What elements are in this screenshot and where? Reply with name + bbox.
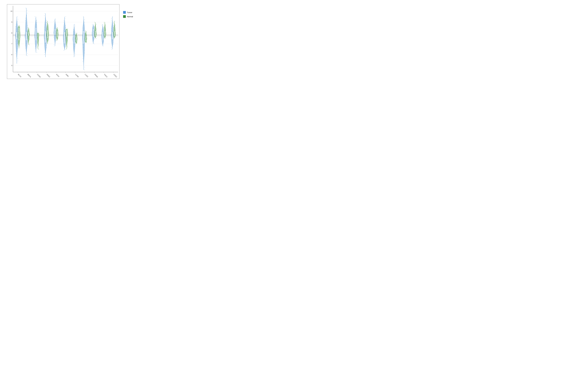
violin-dot [47,41,47,42]
violin-dot [58,38,58,38]
violin-dot [105,31,105,31]
violin-dot [56,26,56,26]
violin-dot [20,47,20,47]
violin-dot [19,38,19,39]
violin-dot [64,33,64,33]
violin-dot [45,38,45,39]
violin-dot [77,36,77,37]
violin-dot [113,27,114,28]
violin-dot [47,34,47,34]
violin-dot [29,28,29,29]
violin-dot [84,56,84,56]
violin-dot [64,29,65,29]
violin-dot [86,42,87,42]
violin-dot [54,44,54,45]
violin-dot [19,35,19,35]
violin-dot [27,56,27,56]
violin-dot [28,33,29,33]
violin-dot [27,32,28,32]
violin-dot [56,29,56,29]
violin-dot [17,63,17,64]
violin-dot [114,28,114,28]
violin-dot [27,10,27,11]
violin-dot [93,28,94,29]
violin-dot [56,36,56,37]
violin-dot [48,38,48,38]
violin-dot [18,44,19,45]
violin-dot [66,44,66,44]
violin-dot [76,40,77,41]
chart-area-wrapper: 5678910BLCABRCACOADHNSCKICHKIRCLUADLUSCP… [6,4,144,86]
violin-dot [93,34,93,35]
violin-dot [25,33,26,33]
violin-dot [38,41,39,41]
violin-dot [95,31,95,31]
violin-dot [104,22,104,22]
violin-dot [112,41,112,41]
violin-dot [46,48,47,48]
violin-dot [75,43,75,43]
violin-dot [27,53,27,53]
violin-dot [44,52,45,52]
violin-dot [57,32,57,32]
violin-dot [113,32,113,32]
violin-dot [26,50,26,51]
violin-dot [112,17,113,17]
violin-dot [38,36,38,37]
violin-dot [35,26,35,26]
violin-dot [37,43,38,43]
violin-dot [102,43,102,44]
violin-dot [95,37,96,38]
violin-dot [83,28,83,28]
violin-dot [39,49,39,50]
violin-dot [92,29,93,30]
violin-dot [65,34,65,35]
violin-dot [77,37,77,37]
legend-item: Tumor [123,11,141,14]
violin-dot [111,20,112,20]
violin-dot [114,38,114,39]
violin-dot [75,41,76,42]
violin-dot [83,42,83,42]
violin-dot [94,32,95,32]
violin-dot [114,34,114,34]
violin-dot [55,32,55,32]
violin-dot [47,29,47,30]
violin-dot [112,22,112,22]
violin-dot [48,39,49,39]
violin-dot [112,37,112,37]
violin-dot [104,41,104,42]
violin-dot [94,26,95,27]
violin-dot [37,52,37,53]
violin-dot [66,32,66,32]
violin-dot [86,34,86,35]
violin-dot [85,41,85,41]
violin-dot [20,34,20,34]
violin-dot [104,27,104,27]
violin-dot [45,13,45,14]
violin-dot [27,31,28,32]
violin-dot [37,42,37,42]
violin-dot [56,42,56,42]
x-tick-label: HNSC [46,74,51,78]
violin-dot [111,18,112,19]
violin-dot [25,20,26,21]
violin-dot [84,33,84,34]
violin-dot [47,27,48,27]
violin-dot [95,28,96,28]
violin-dot [37,47,38,47]
violin-dot [54,37,54,38]
violin-dot [63,22,64,22]
violin-dot [65,38,65,38]
violin-dot [102,25,102,26]
violin-dot [37,47,37,48]
violin-dot [73,41,74,42]
violin-dot [74,33,74,33]
violin-dot [94,33,94,34]
violin-dot [66,37,66,38]
violin-dot [58,34,58,35]
violin-dot [56,32,56,33]
violin-dot [66,31,66,31]
violin-dot [45,57,46,57]
violin-dot [85,53,85,53]
